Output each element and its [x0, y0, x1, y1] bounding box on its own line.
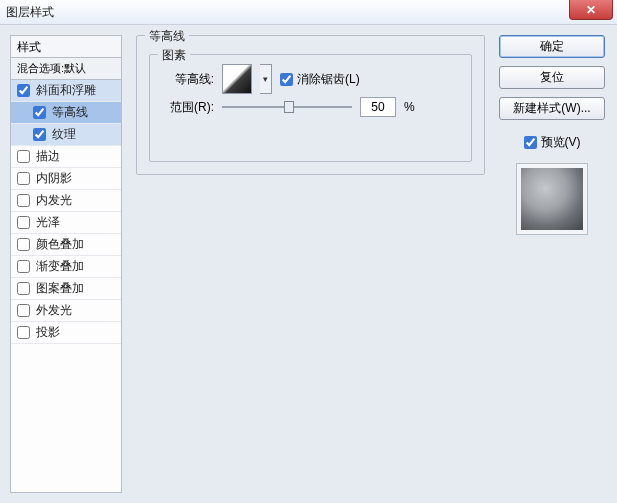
sidebar-header: 样式: [10, 35, 122, 57]
style-item[interactable]: 投影: [11, 322, 121, 344]
range-unit: %: [404, 100, 415, 114]
reset-button[interactable]: 复位: [499, 66, 605, 89]
style-item-label: 光泽: [36, 214, 60, 231]
style-item-checkbox[interactable]: [17, 282, 30, 295]
styles-sidebar: 样式 混合选项:默认 斜面和浮雕等高线纹理描边内阴影内发光光泽颜色叠加渐变叠加图…: [10, 35, 122, 493]
style-item-checkbox[interactable]: [17, 260, 30, 273]
style-item-label: 内发光: [36, 192, 72, 209]
antialias-label: 消除锯齿(L): [297, 71, 360, 88]
style-item-label: 斜面和浮雕: [36, 82, 96, 99]
contour-row: 等高线: ▾ 消除锯齿(L): [162, 65, 459, 93]
window-title: 图层样式: [6, 4, 54, 21]
range-slider[interactable]: [222, 99, 352, 115]
new-style-button[interactable]: 新建样式(W)...: [499, 97, 605, 120]
style-item-checkbox[interactable]: [17, 172, 30, 185]
style-item-label: 内阴影: [36, 170, 72, 187]
blend-options-row[interactable]: 混合选项:默认: [10, 57, 122, 79]
style-item-checkbox[interactable]: [33, 106, 46, 119]
style-item[interactable]: 内阴影: [11, 168, 121, 190]
style-list: 斜面和浮雕等高线纹理描边内阴影内发光光泽颜色叠加渐变叠加图案叠加外发光投影: [10, 79, 122, 493]
style-item[interactable]: 图案叠加: [11, 278, 121, 300]
contour-group: 等高线 图素 等高线: ▾ 消除锯齿(L) 范围(R):: [136, 35, 485, 175]
style-item-label: 渐变叠加: [36, 258, 84, 275]
range-row: 范围(R): 50 %: [162, 93, 459, 121]
style-item[interactable]: 内发光: [11, 190, 121, 212]
style-item[interactable]: 描边: [11, 146, 121, 168]
style-item[interactable]: 渐变叠加: [11, 256, 121, 278]
style-item-checkbox[interactable]: [17, 216, 30, 229]
style-item-checkbox[interactable]: [17, 194, 30, 207]
contour-group-title: 等高线: [145, 28, 189, 45]
style-item-label: 图案叠加: [36, 280, 84, 297]
style-item-label: 投影: [36, 324, 60, 341]
style-item-checkbox[interactable]: [17, 304, 30, 317]
style-item-checkbox[interactable]: [17, 326, 30, 339]
range-label: 范围(R):: [162, 99, 214, 116]
style-item-label: 纹理: [52, 126, 76, 143]
settings-panel: 等高线 图素 等高线: ▾ 消除锯齿(L) 范围(R):: [122, 25, 495, 503]
style-item[interactable]: 外发光: [11, 300, 121, 322]
style-item-checkbox[interactable]: [17, 238, 30, 251]
elements-group-title: 图素: [158, 47, 190, 64]
right-column: 确定 复位 新建样式(W)... 预览(V): [495, 25, 617, 503]
style-item-label: 等高线: [52, 104, 88, 121]
style-item-label: 颜色叠加: [36, 236, 84, 253]
style-item[interactable]: 颜色叠加: [11, 234, 121, 256]
style-item-label: 描边: [36, 148, 60, 165]
title-bar: 图层样式 ✕: [0, 0, 617, 25]
preview-label: 预览(V): [541, 134, 581, 151]
antialias-checkbox[interactable]: 消除锯齿(L): [280, 71, 360, 88]
style-item[interactable]: 等高线: [11, 102, 121, 124]
style-item[interactable]: 光泽: [11, 212, 121, 234]
range-value[interactable]: 50: [360, 97, 396, 117]
dialog-body: 样式 混合选项:默认 斜面和浮雕等高线纹理描边内阴影内发光光泽颜色叠加渐变叠加图…: [0, 25, 617, 503]
antialias-input[interactable]: [280, 73, 293, 86]
preview-checkbox[interactable]: 预览(V): [499, 134, 605, 151]
style-item-checkbox[interactable]: [17, 150, 30, 163]
elements-group: 图素 等高线: ▾ 消除锯齿(L) 范围(R): 50: [149, 54, 472, 162]
close-button[interactable]: ✕: [569, 0, 613, 20]
style-item[interactable]: 纹理: [11, 124, 121, 146]
contour-label: 等高线:: [162, 71, 214, 88]
style-item[interactable]: 斜面和浮雕: [11, 80, 121, 102]
style-item-checkbox[interactable]: [17, 84, 30, 97]
contour-dropdown[interactable]: ▾: [260, 64, 272, 94]
preview-swatch: [516, 163, 588, 235]
ok-button[interactable]: 确定: [499, 35, 605, 58]
slider-knob[interactable]: [284, 101, 294, 113]
close-icon: ✕: [586, 3, 596, 17]
preview-input[interactable]: [524, 136, 537, 149]
style-item-label: 外发光: [36, 302, 72, 319]
style-item-checkbox[interactable]: [33, 128, 46, 141]
contour-thumbnail[interactable]: [222, 64, 252, 94]
